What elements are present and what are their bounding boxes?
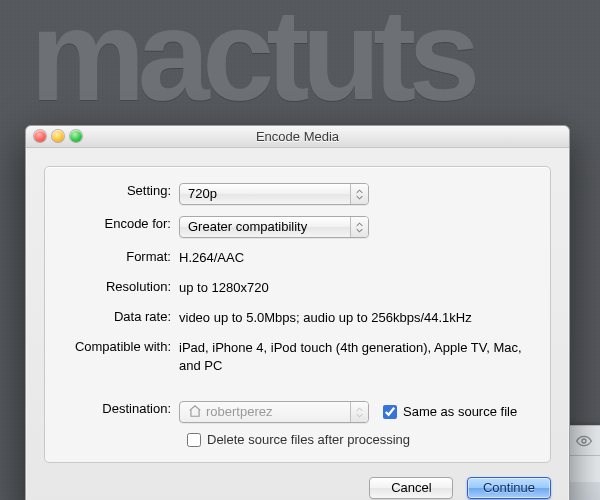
- resolution-label: Resolution:: [61, 277, 179, 294]
- background-logo: mactuts: [30, 0, 472, 120]
- window-zoom-button[interactable]: [70, 130, 82, 142]
- data-rate-label: Data rate:: [61, 307, 179, 324]
- eye-icon: [576, 433, 592, 449]
- delete-source-label: Delete source files after processing: [207, 432, 410, 447]
- resolution-value: up to 1280x720: [179, 277, 534, 298]
- continue-button[interactable]: Continue: [467, 477, 551, 499]
- encode-for-label: Encode for:: [61, 214, 179, 231]
- window-close-button[interactable]: [34, 130, 46, 142]
- same-as-source-label: Same as source file: [403, 403, 517, 422]
- delete-source-input[interactable]: [187, 433, 201, 447]
- destination-popup: robertperez: [179, 401, 369, 423]
- setting-label: Setting:: [61, 181, 179, 198]
- same-as-source-input[interactable]: [383, 405, 397, 419]
- setting-popup[interactable]: 720p: [179, 183, 369, 205]
- format-value: H.264/AAC: [179, 247, 534, 268]
- button-bar: Cancel Continue: [26, 477, 569, 500]
- window-title: Encode Media: [256, 129, 339, 144]
- compatible-with-value: iPad, iPhone 4, iPod touch (4th generati…: [179, 337, 534, 377]
- home-icon: [188, 404, 202, 418]
- encode-for-popup[interactable]: Greater compatibility: [179, 216, 369, 238]
- titlebar: Encode Media: [26, 126, 569, 148]
- delete-source-checkbox[interactable]: Delete source files after processing: [187, 432, 410, 447]
- data-rate-value: video up to 5.0Mbps; audio up to 256kbps…: [179, 307, 534, 328]
- svg-point-0: [582, 439, 586, 443]
- window-minimize-button[interactable]: [52, 130, 64, 142]
- format-label: Format:: [61, 247, 179, 264]
- compatible-with-label: Compatible with:: [61, 337, 179, 354]
- cancel-button[interactable]: Cancel: [369, 477, 453, 499]
- encode-media-dialog: Encode Media Setting: 720p Encode for:: [25, 125, 570, 500]
- same-as-source-checkbox[interactable]: Same as source file: [383, 403, 517, 422]
- settings-group: Setting: 720p Encode for: Greater com: [44, 166, 551, 463]
- destination-label: Destination:: [61, 399, 179, 416]
